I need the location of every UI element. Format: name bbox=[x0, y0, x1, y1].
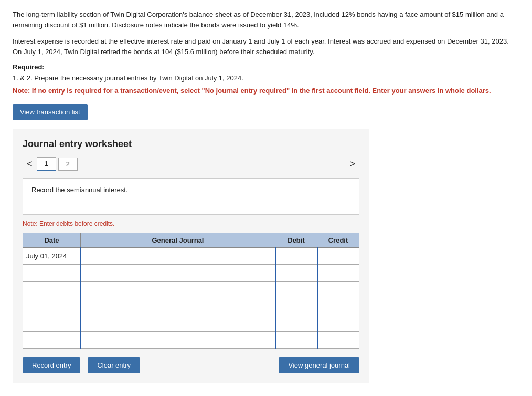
gj-cell-2[interactable] bbox=[81, 282, 275, 298]
debit-cell-1[interactable] bbox=[275, 265, 317, 282]
credit-cell-5[interactable] bbox=[317, 332, 359, 349]
instruction-box: Record the semiannual interest. bbox=[23, 178, 359, 215]
gj-input-3[interactable] bbox=[84, 303, 272, 310]
debit-input-0[interactable] bbox=[279, 252, 314, 260]
gj-cell-1[interactable] bbox=[81, 265, 275, 282]
credit-input-2[interactable] bbox=[321, 286, 356, 294]
view-general-journal-button[interactable]: View general journal bbox=[279, 357, 359, 373]
debit-input-1[interactable] bbox=[279, 269, 314, 277]
gj-input-0[interactable] bbox=[84, 252, 272, 260]
debit-cell-2[interactable] bbox=[275, 282, 317, 298]
header-debit: Debit bbox=[275, 233, 317, 248]
credit-input-1[interactable] bbox=[321, 269, 356, 277]
table-row bbox=[23, 298, 359, 315]
clear-entry-button[interactable]: Clear entry bbox=[88, 357, 140, 373]
header-credit: Credit bbox=[317, 233, 359, 248]
credit-cell-1[interactable] bbox=[317, 265, 359, 282]
gj-input-5[interactable] bbox=[84, 336, 272, 344]
date-cell-2 bbox=[23, 282, 81, 298]
credit-cell-2[interactable] bbox=[317, 282, 359, 298]
gj-cell-0[interactable] bbox=[81, 248, 275, 265]
date-cell-4 bbox=[23, 315, 81, 332]
credit-cell-3[interactable] bbox=[317, 298, 359, 315]
prev-page-button[interactable]: < bbox=[23, 158, 37, 171]
date-cell-0: July 01, 2024 bbox=[23, 248, 81, 265]
date-input-1[interactable] bbox=[26, 269, 77, 277]
table-row: July 01, 2024 bbox=[23, 248, 359, 265]
table-row bbox=[23, 265, 359, 282]
gj-cell-3[interactable] bbox=[81, 298, 275, 315]
header-general-journal: General Journal bbox=[81, 233, 275, 248]
debit-input-2[interactable] bbox=[279, 286, 314, 294]
debit-cell-0[interactable] bbox=[275, 248, 317, 265]
credit-input-3[interactable] bbox=[321, 303, 356, 310]
gj-cell-5[interactable] bbox=[81, 332, 275, 349]
credit-cell-0[interactable] bbox=[317, 248, 359, 265]
gj-cell-4[interactable] bbox=[81, 315, 275, 332]
required-body: 1. & 2. Prepare the necessary journal en… bbox=[13, 73, 519, 84]
action-row: Record entry Clear entry View general jo… bbox=[23, 357, 359, 373]
table-row bbox=[23, 332, 359, 349]
table-note: Note: Enter debits before credits. bbox=[23, 220, 359, 227]
credit-input-4[interactable] bbox=[321, 319, 356, 327]
debit-input-4[interactable] bbox=[279, 319, 314, 327]
page-tab-2[interactable]: 2 bbox=[58, 158, 78, 171]
debit-input-3[interactable] bbox=[279, 303, 314, 310]
debit-cell-3[interactable] bbox=[275, 298, 317, 315]
journal-table: Date General Journal Debit Credit July 0… bbox=[23, 233, 359, 349]
worksheet-title: Journal entry worksheet bbox=[23, 139, 359, 150]
date-cell-1 bbox=[23, 265, 81, 282]
required-section: Required: 1. & 2. Prepare the necessary … bbox=[13, 63, 519, 96]
paragraph-2: Interest expense is recorded at the effe… bbox=[13, 36, 519, 57]
date-input-2[interactable] bbox=[26, 286, 77, 294]
date-input-5[interactable] bbox=[26, 336, 77, 344]
paragraph-1: The long-term liability section of Twin … bbox=[13, 9, 519, 30]
required-title: Required: bbox=[13, 63, 519, 71]
gj-input-2[interactable] bbox=[84, 286, 272, 294]
date-input-3[interactable] bbox=[26, 303, 77, 310]
worksheet-container: Journal entry worksheet < 1 2 > Record t… bbox=[13, 129, 369, 383]
page-navigation: < 1 2 > bbox=[23, 157, 359, 171]
table-row bbox=[23, 315, 359, 332]
next-page-button[interactable]: > bbox=[345, 158, 359, 171]
table-row bbox=[23, 282, 359, 298]
header-date: Date bbox=[23, 233, 81, 248]
required-note: Note: If no entry is required for a tran… bbox=[13, 86, 519, 96]
debit-cell-4[interactable] bbox=[275, 315, 317, 332]
gj-input-4[interactable] bbox=[84, 319, 272, 327]
date-input-4[interactable] bbox=[26, 319, 77, 327]
gj-input-1[interactable] bbox=[84, 269, 272, 277]
debit-cell-5[interactable] bbox=[275, 332, 317, 349]
record-entry-button[interactable]: Record entry bbox=[23, 357, 80, 373]
debit-input-5[interactable] bbox=[279, 336, 314, 344]
instruction-text: Record the semiannual interest. bbox=[31, 186, 128, 194]
table-header-row: Date General Journal Debit Credit bbox=[23, 233, 359, 248]
page-tab-1[interactable]: 1 bbox=[37, 157, 56, 171]
credit-cell-4[interactable] bbox=[317, 315, 359, 332]
credit-input-0[interactable] bbox=[321, 252, 356, 260]
view-transaction-button[interactable]: View transaction list bbox=[13, 104, 88, 120]
credit-input-5[interactable] bbox=[321, 336, 356, 344]
date-cell-5 bbox=[23, 332, 81, 349]
date-cell-3 bbox=[23, 298, 81, 315]
